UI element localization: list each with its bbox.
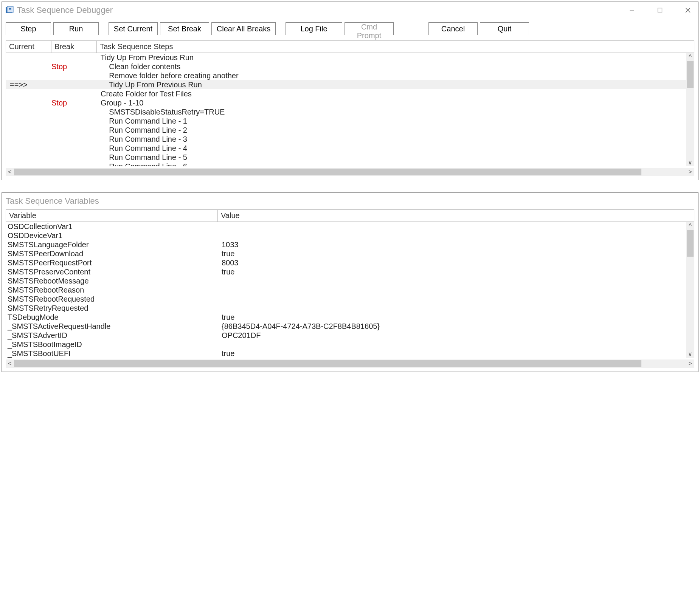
break-marker: Stop bbox=[51, 62, 97, 71]
variable-name: OSDCollectionVar1 bbox=[6, 222, 218, 231]
scroll-left-icon[interactable]: < bbox=[6, 168, 14, 176]
variable-row[interactable]: TSDebugModetrue bbox=[6, 313, 686, 322]
window-controls bbox=[623, 3, 697, 18]
set-break-button[interactable]: Set Break bbox=[160, 22, 209, 35]
scroll-up-icon[interactable]: ^ bbox=[686, 222, 694, 230]
variable-name: _SMSTSAdvertID bbox=[6, 331, 218, 340]
variable-value: true bbox=[218, 249, 686, 258]
step-row[interactable]: StopGroup - 1-10 bbox=[6, 98, 686, 107]
step-label: Run Command Line - 3 bbox=[97, 135, 686, 144]
step-label: Tidy Up From Previous Run bbox=[97, 81, 686, 89]
variable-name: SMSTSPeerRequestPort bbox=[6, 259, 218, 267]
maximize-button[interactable] bbox=[651, 3, 669, 18]
scroll-thumb[interactable] bbox=[687, 230, 694, 257]
step-row[interactable]: Remove folder before creating another bbox=[6, 71, 686, 80]
vertical-scrollbar[interactable]: ^ ∨ bbox=[686, 53, 694, 166]
column-header-steps[interactable]: Task Sequence Steps bbox=[97, 41, 694, 53]
variable-value: true bbox=[218, 268, 686, 276]
scroll-right-icon[interactable]: > bbox=[686, 359, 694, 368]
step-row[interactable]: SMSTSDisableStatusRetry=TRUE bbox=[6, 107, 686, 116]
variable-value: {86B345D4-A04F-4724-A73B-C2F8B4B81605} bbox=[218, 322, 686, 331]
step-row[interactable]: Run Command Line - 1 bbox=[6, 116, 686, 125]
step-row[interactable]: Tidy Up From Previous Run bbox=[6, 53, 686, 62]
minimize-button[interactable] bbox=[623, 3, 641, 18]
variable-name: TSDebugMode bbox=[6, 313, 218, 322]
variable-name: OSDDeviceVar1 bbox=[6, 231, 218, 240]
variable-row[interactable]: OSDCollectionVar1 bbox=[6, 222, 686, 231]
step-label: Group - 1-10 bbox=[97, 99, 686, 107]
step-row[interactable]: Run Command Line - 5 bbox=[6, 153, 686, 162]
steps-list-body[interactable]: Tidy Up From Previous RunStop Clean fold… bbox=[6, 53, 694, 166]
variable-row[interactable]: SMSTSPeerDownloadtrue bbox=[6, 249, 686, 258]
variable-row[interactable]: SMSTSLanguageFolder1033 bbox=[6, 240, 686, 249]
variable-row[interactable]: SMSTSPreserveContenttrue bbox=[6, 267, 686, 276]
variable-row[interactable]: _SMSTSActiveRequestHandle{86B345D4-A04F-… bbox=[6, 322, 686, 331]
run-button[interactable]: Run bbox=[53, 22, 99, 35]
step-row[interactable]: Run Command Line - 3 bbox=[6, 135, 686, 144]
step-label: Run Command Line - 4 bbox=[97, 144, 686, 153]
scroll-thumb-h[interactable] bbox=[14, 360, 641, 367]
step-row[interactable]: Create Folder for Test Files bbox=[6, 89, 686, 98]
step-label: Clean folder contents bbox=[97, 62, 686, 71]
column-header-break[interactable]: Break bbox=[51, 41, 97, 53]
clear-all-breaks-button[interactable]: Clear All Breaks bbox=[211, 22, 276, 35]
variable-row[interactable]: SMSTSPeerRequestPort8003 bbox=[6, 258, 686, 267]
cmd-prompt-button: Cmd Prompt bbox=[345, 22, 394, 35]
step-row[interactable]: Run Command Line - 6 bbox=[6, 162, 686, 166]
variable-value: OPC201DF bbox=[218, 331, 686, 340]
variable-row[interactable]: _SMSTSBootImageID bbox=[6, 340, 686, 349]
column-header-variable[interactable]: Variable bbox=[6, 210, 218, 222]
variable-row[interactable]: _SMSTSAdvertIDOPC201DF bbox=[6, 331, 686, 340]
variable-row[interactable]: SMSTSRebootMessage bbox=[6, 276, 686, 285]
scroll-left-icon[interactable]: < bbox=[6, 359, 14, 368]
variables-list-body[interactable]: OSDCollectionVar1OSDDeviceVar1SMSTSLangu… bbox=[6, 222, 694, 358]
step-row[interactable]: Run Command Line - 4 bbox=[6, 144, 686, 153]
log-file-button[interactable]: Log File bbox=[286, 22, 342, 35]
variable-row[interactable]: SMSTSRebootReason bbox=[6, 285, 686, 294]
steps-list: Current Break Task Sequence Steps Tidy U… bbox=[6, 40, 694, 166]
break-marker: Stop bbox=[51, 99, 97, 107]
close-button[interactable] bbox=[679, 3, 697, 18]
vertical-scrollbar[interactable]: ^ ∨ bbox=[686, 222, 694, 358]
column-header-value[interactable]: Value bbox=[218, 210, 694, 222]
step-row[interactable]: Run Command Line - 2 bbox=[6, 125, 686, 135]
variable-row[interactable]: SMSTSRebootRequested bbox=[6, 294, 686, 304]
step-label: SMSTSDisableStatusRetry=TRUE bbox=[97, 108, 686, 116]
step-label: Run Command Line - 2 bbox=[97, 126, 686, 135]
variable-row[interactable]: OSDDeviceVar1 bbox=[6, 231, 686, 240]
window-title: Task Sequence Debugger bbox=[17, 5, 623, 15]
variable-row[interactable]: SMSTSRetryRequested bbox=[6, 304, 686, 313]
step-label: Remove folder before creating another bbox=[97, 71, 686, 80]
step-label: Tidy Up From Previous Run bbox=[97, 53, 686, 62]
scroll-right-icon[interactable]: > bbox=[686, 168, 694, 176]
quit-button[interactable]: Quit bbox=[480, 22, 529, 35]
step-row[interactable]: Stop Clean folder contents bbox=[6, 62, 686, 71]
scroll-down-icon[interactable]: ∨ bbox=[686, 350, 694, 358]
scroll-up-icon[interactable]: ^ bbox=[686, 53, 694, 61]
column-header-current[interactable]: Current bbox=[6, 41, 51, 53]
variable-name: SMSTSRebootReason bbox=[6, 286, 218, 294]
step-row[interactable]: ==>> Tidy Up From Previous Run bbox=[6, 80, 686, 89]
step-label: Run Command Line - 1 bbox=[97, 117, 686, 125]
cancel-button[interactable]: Cancel bbox=[428, 22, 478, 35]
variable-name: SMSTSPreserveContent bbox=[6, 268, 218, 276]
variable-value: 1033 bbox=[218, 240, 686, 249]
variable-value: true bbox=[218, 349, 686, 358]
scroll-thumb[interactable] bbox=[687, 61, 694, 88]
step-label: Create Folder for Test Files bbox=[97, 90, 686, 98]
window-title: Task Sequence Variables bbox=[6, 196, 697, 206]
horizontal-scrollbar[interactable]: < > bbox=[6, 168, 694, 176]
titlebar: Task Sequence Debugger bbox=[2, 2, 698, 19]
toolbar: Step Run Set Current Set Break Clear All… bbox=[2, 19, 698, 40]
set-current-button[interactable]: Set Current bbox=[109, 22, 158, 35]
variable-name: SMSTSRetryRequested bbox=[6, 304, 218, 313]
scroll-down-icon[interactable]: ∨ bbox=[686, 158, 694, 166]
scroll-thumb-h[interactable] bbox=[14, 169, 641, 175]
variable-row[interactable]: _SMSTSBootUEFItrue bbox=[6, 349, 686, 358]
variable-name: _SMSTSBootUEFI bbox=[6, 349, 218, 358]
variable-value: 8003 bbox=[218, 259, 686, 267]
variables-list: Variable Value OSDCollectionVar1OSDDevic… bbox=[6, 209, 694, 358]
horizontal-scrollbar[interactable]: < > bbox=[6, 359, 694, 368]
step-button[interactable]: Step bbox=[6, 22, 51, 35]
variable-name: _SMSTSActiveRequestHandle bbox=[6, 322, 218, 331]
